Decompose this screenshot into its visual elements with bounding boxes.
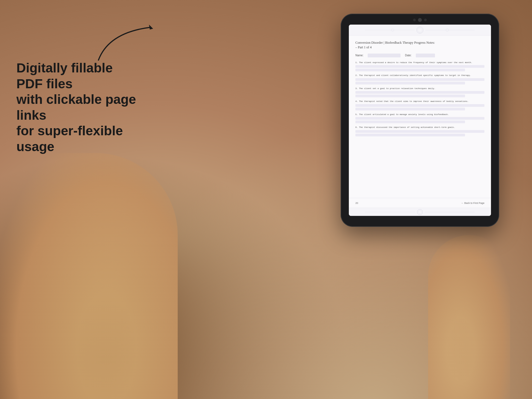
fill-line[interactable] xyxy=(355,78,484,81)
tablet-screen: Conversion Disorder | Biofeedback Therap… xyxy=(349,25,491,216)
hand-left-decoration xyxy=(0,153,178,399)
doc-title-line1: Conversion Disorder | Biofeedback Therap… xyxy=(355,41,435,45)
item-1-text: 1. The client expressed a desire to redu… xyxy=(355,61,484,64)
item-6-lines xyxy=(355,130,484,136)
fill-line[interactable] xyxy=(355,117,484,120)
name-input-field[interactable] xyxy=(368,54,401,57)
svg-point-8 xyxy=(418,210,422,214)
svg-point-1 xyxy=(417,27,423,33)
camera-dot-center xyxy=(418,18,422,22)
svg-point-2 xyxy=(418,28,422,32)
doc-item-4: 4. The therapist noted that the client a… xyxy=(355,100,484,110)
fill-line[interactable] xyxy=(355,104,484,107)
item-5-text: 5. The client articulated a goal to mana… xyxy=(355,113,484,116)
fill-line[interactable] xyxy=(355,65,484,68)
camera-dot-right xyxy=(424,19,427,21)
date-label: Date: xyxy=(405,54,411,57)
item-3-text: 3. The client set a goal to practice rel… xyxy=(355,87,484,90)
page-number: 20 xyxy=(355,202,358,204)
svg-marker-0 xyxy=(149,25,153,30)
hand-right-decoration xyxy=(428,235,510,399)
fill-line[interactable] xyxy=(355,121,465,123)
item-3-lines xyxy=(355,91,484,97)
date-input-field[interactable] xyxy=(416,54,435,57)
fill-line[interactable] xyxy=(355,91,484,94)
name-date-row: Name: Date: xyxy=(355,54,484,57)
doc-item-3: 3. The client set a goal to practice rel… xyxy=(355,87,484,98)
back-to-first-page-link[interactable]: ← Back to First Page xyxy=(461,202,484,204)
screen-footer: 20 ← Back to First Page xyxy=(349,198,491,208)
item-2-text: 2. The therapist and client collaborativ… xyxy=(355,74,484,77)
tagline-line1: Digitally fillable PDF files xyxy=(16,61,113,91)
tagline-line2: with clickable page links xyxy=(16,92,136,122)
tagline-line3: for super-flexible usage xyxy=(16,124,123,154)
tablet-camera-bar xyxy=(413,18,427,22)
item-2-lines xyxy=(355,78,484,84)
item-1-lines xyxy=(355,65,484,71)
tagline-container: Digitally fillable PDF files with clicka… xyxy=(16,60,139,155)
screen-content: Conversion Disorder | Biofeedback Therap… xyxy=(349,36,491,198)
doc-item-1: 1. The client expressed a desire to redu… xyxy=(355,61,484,72)
fill-line[interactable] xyxy=(355,69,465,71)
doc-item-5: 5. The client articulated a goal to mana… xyxy=(355,113,484,124)
tablet-device: Conversion Disorder | Biofeedback Therap… xyxy=(341,14,499,227)
item-4-text: 4. The therapist noted that the client a… xyxy=(355,100,484,103)
tagline-text: Digitally fillable PDF files with clicka… xyxy=(16,60,139,155)
fill-line[interactable] xyxy=(355,108,465,110)
name-label: Name: xyxy=(355,54,363,57)
fill-line[interactable] xyxy=(355,130,484,133)
svg-point-7 xyxy=(417,209,423,215)
doc-item-2: 2. The therapist and client collaborativ… xyxy=(355,74,484,84)
item-4-lines xyxy=(355,104,484,110)
doc-item-6: 6. The therapist discussed the importanc… xyxy=(355,126,484,136)
tablet-wrapper: Conversion Disorder | Biofeedback Therap… xyxy=(341,14,499,227)
doc-items: 1. The client expressed a desire to redu… xyxy=(355,61,484,136)
screen-top-pattern xyxy=(349,25,491,36)
fill-line[interactable] xyxy=(355,134,465,136)
item-5-lines xyxy=(355,117,484,123)
doc-title: Conversion Disorder | Biofeedback Therap… xyxy=(355,40,484,50)
fill-line[interactable] xyxy=(355,82,465,84)
camera-dot-left xyxy=(413,19,416,21)
doc-title-line2: – Part 1 of 4 xyxy=(355,45,372,49)
screen-bottom-pattern xyxy=(349,208,491,216)
fill-line[interactable] xyxy=(355,95,465,97)
item-6-text: 6. The therapist discussed the importanc… xyxy=(355,126,484,129)
